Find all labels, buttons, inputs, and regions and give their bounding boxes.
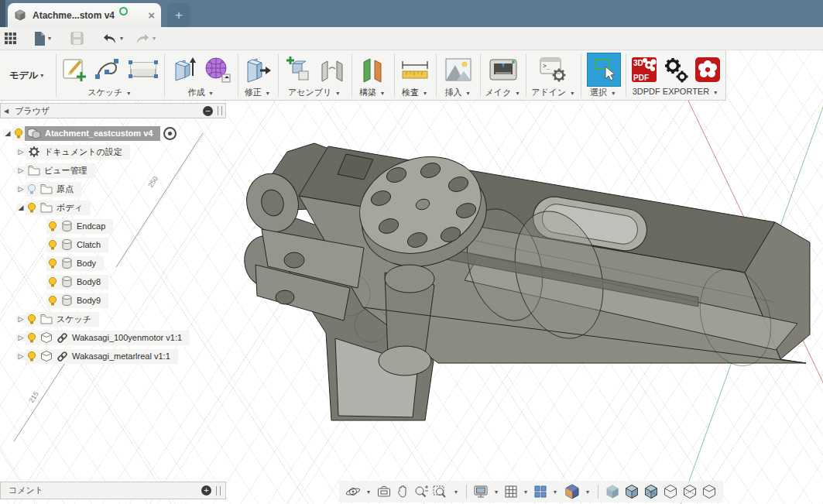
comment-drag-grip[interactable] xyxy=(216,486,221,495)
tree-item-bodies[interactable]: ◢ ボディ xyxy=(0,198,226,217)
group-label-select[interactable]: 選択 xyxy=(590,87,607,97)
create-sketch-icon[interactable] xyxy=(60,55,90,84)
group-caret[interactable]: ▾ xyxy=(336,90,339,97)
3d-print-icon[interactable] xyxy=(487,55,520,84)
display-settings-icon[interactable] xyxy=(473,485,489,499)
new-component-icon[interactable] xyxy=(283,54,314,85)
shaded-style-icon[interactable] xyxy=(605,484,620,499)
group-caret[interactable]: ▾ xyxy=(612,90,615,97)
model-body[interactable] xyxy=(238,142,810,420)
browser-minimize-button[interactable]: − xyxy=(203,106,213,116)
group-label-3dpdf[interactable]: 3DPDF EXPORTER xyxy=(633,87,709,96)
expander-icon[interactable]: ▷ xyxy=(16,315,26,323)
wireframe-hidden-icon[interactable] xyxy=(663,484,678,499)
orbit-caret[interactable]: ▾ xyxy=(367,489,370,495)
tree-item-clatch[interactable]: Clatch xyxy=(0,235,226,254)
visibility-bulb-icon[interactable] xyxy=(12,126,25,141)
tree-item-wakasagi-metal[interactable]: ▷ Wakasagi_metarlreal v1:1 xyxy=(0,347,226,365)
expander-icon[interactable]: ▷ xyxy=(16,185,26,193)
select-tool-active[interactable] xyxy=(587,53,621,87)
group-caret[interactable]: ▾ xyxy=(571,90,574,97)
wireframe-visible-only-icon[interactable] xyxy=(682,484,698,499)
panel-collapse-icon[interactable]: ◀ xyxy=(4,108,9,115)
3dpdf-export-icon[interactable]: 3D PDF xyxy=(631,56,657,84)
pdf-flower-icon[interactable] xyxy=(694,56,721,84)
zoom-icon[interactable] xyxy=(413,485,429,499)
comment-bar[interactable]: コメント + xyxy=(0,482,226,499)
undo-icon[interactable] xyxy=(102,33,118,44)
visibility-bulb-icon[interactable] xyxy=(46,219,59,234)
shaded-hidden-edges-icon[interactable] xyxy=(643,484,659,499)
tree-item-wakasagi-motor[interactable]: ▷ Wakasagi_100yenmotor v1:1 xyxy=(0,328,226,347)
extrude-icon[interactable] xyxy=(170,54,199,85)
viewports-icon[interactable] xyxy=(533,485,547,499)
grid-menu-icon[interactable] xyxy=(5,33,16,44)
expander-icon[interactable]: ▷ xyxy=(16,166,26,174)
expander-icon[interactable]: ◢ xyxy=(16,204,26,211)
wireframe-icon[interactable] xyxy=(701,484,717,499)
insert-image-icon[interactable] xyxy=(443,56,474,84)
zoom-window-caret[interactable]: ▾ xyxy=(454,489,458,495)
visibility-bulb-icon[interactable] xyxy=(26,201,38,215)
grid-settings-icon[interactable] xyxy=(504,485,518,499)
visual-style-caret[interactable]: ▾ xyxy=(586,489,589,495)
tab-close-button[interactable]: × xyxy=(148,9,155,21)
redo-caret[interactable]: ▾ xyxy=(153,35,156,42)
grid-settings-caret[interactable]: ▾ xyxy=(524,489,527,495)
tree-item-body[interactable]: Body xyxy=(0,254,226,273)
expander-icon[interactable]: ▷ xyxy=(16,334,26,341)
tree-item-endcap[interactable]: Endcap xyxy=(0,217,226,235)
group-label-insert[interactable]: 挿入 xyxy=(444,87,461,97)
group-label-addins[interactable]: アドイン xyxy=(531,87,566,97)
browser-drag-grip[interactable] xyxy=(218,106,222,115)
tree-item-root[interactable]: ◢ Atachment_eastcustom v4 xyxy=(0,124,226,142)
display-settings-caret[interactable]: ▾ xyxy=(495,489,498,495)
spline-icon[interactable] xyxy=(93,55,124,84)
group-label-sketch[interactable]: スケッチ xyxy=(87,87,122,97)
tree-item-view-management[interactable]: ▷ ビュー管理 xyxy=(0,161,226,180)
group-caret[interactable]: ▾ xyxy=(127,90,130,97)
group-caret[interactable]: ▾ xyxy=(467,90,470,97)
group-caret[interactable]: ▾ xyxy=(266,90,269,97)
file-menu-caret[interactable]: ▾ xyxy=(48,35,51,42)
tree-item-document-settings[interactable]: ▷ ドキュメントの設定 xyxy=(0,142,226,161)
tree-item-sketches[interactable]: ▷ スケッチ xyxy=(0,310,226,328)
construction-plane-icon[interactable] xyxy=(358,54,387,85)
group-label-construct[interactable]: 構築 xyxy=(359,87,376,97)
form-icon[interactable] xyxy=(202,54,233,85)
file-menu-icon[interactable] xyxy=(33,32,46,46)
visibility-bulb-icon[interactable] xyxy=(46,293,59,308)
orbit-icon[interactable] xyxy=(345,485,361,499)
visual-style-icon[interactable] xyxy=(564,484,580,499)
group-caret[interactable]: ▾ xyxy=(210,90,213,97)
group-caret[interactable]: ▾ xyxy=(516,90,519,97)
visibility-bulb-icon[interactable] xyxy=(46,275,59,290)
visibility-bulb-icon[interactable] xyxy=(26,331,38,345)
visibility-bulb-icon[interactable] xyxy=(46,256,59,271)
pan-icon[interactable] xyxy=(396,485,410,499)
scripts-addins-icon[interactable]: >_ xyxy=(537,55,570,84)
measure-icon[interactable] xyxy=(399,56,430,84)
new-tab-button[interactable]: + xyxy=(167,3,190,27)
visibility-bulb-icon[interactable] xyxy=(26,312,38,327)
group-label-assemble[interactable]: アセンブリ xyxy=(288,87,331,97)
expander-icon[interactable]: ◢ xyxy=(3,129,12,137)
tree-item-body9[interactable]: Body9 xyxy=(0,291,226,310)
save-icon[interactable] xyxy=(70,32,84,45)
redo-icon[interactable] xyxy=(135,33,150,44)
gear-settings-icon[interactable] xyxy=(662,56,690,84)
browser-header[interactable]: ◀ ブラウザ − xyxy=(0,103,226,118)
undo-caret[interactable]: ▾ xyxy=(120,35,123,42)
group-caret[interactable]: ▾ xyxy=(424,90,427,97)
group-caret[interactable]: ▾ xyxy=(381,90,384,97)
tree-item-body8[interactable]: Body8 xyxy=(0,273,226,291)
viewports-caret[interactable]: ▾ xyxy=(554,489,557,495)
joint-icon[interactable] xyxy=(317,55,347,84)
look-at-icon[interactable] xyxy=(376,485,392,499)
rectangle-icon[interactable] xyxy=(127,55,159,84)
visibility-bulb-icon[interactable] xyxy=(46,238,59,252)
comment-add-button[interactable]: + xyxy=(201,485,211,495)
group-label-modify[interactable]: 修正 xyxy=(245,87,262,97)
visibility-bulb-icon[interactable] xyxy=(26,349,38,364)
tree-item-selected-bg[interactable]: Atachment_eastcustom v4 xyxy=(25,126,160,141)
